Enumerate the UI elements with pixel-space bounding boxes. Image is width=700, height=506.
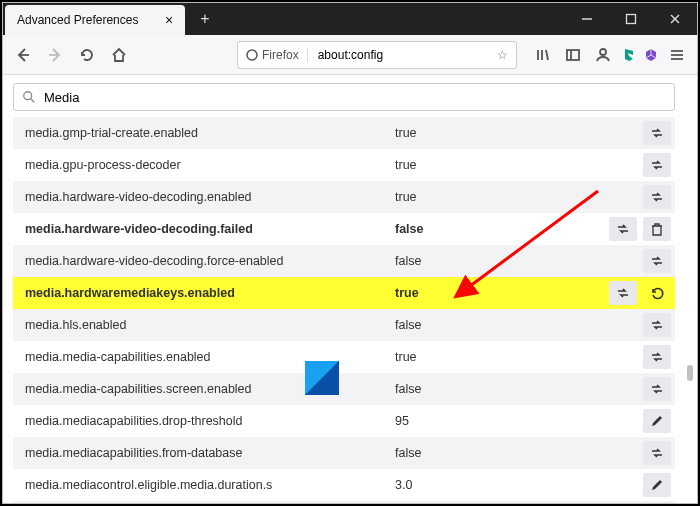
pref-name: media.mediacapabilities.drop-threshold — [25, 414, 395, 428]
url-bar[interactable]: Firefox ☆ — [237, 41, 517, 69]
pref-name: media.hardware-video-decoding.enabled — [25, 190, 395, 204]
pref-name: media.hardware-video-decoding.failed — [25, 222, 395, 236]
pref-value: true — [395, 350, 643, 364]
toggle-icon[interactable] — [643, 313, 671, 337]
forward-button[interactable] — [41, 41, 69, 69]
edit-icon[interactable] — [643, 409, 671, 433]
home-button[interactable] — [105, 41, 133, 69]
pref-search-input[interactable] — [42, 89, 666, 106]
search-icon — [22, 90, 36, 104]
pref-name: media.hardwaremediakeys.enabled — [25, 286, 395, 300]
toggle-icon[interactable] — [643, 249, 671, 273]
toggle-icon[interactable] — [643, 185, 671, 209]
content-area: media.gmp-trial-create.enabledtruemedia.… — [3, 75, 697, 503]
pref-row[interactable]: media.media-capabilities.enabledtrue — [13, 341, 675, 373]
new-tab-button[interactable]: + — [191, 5, 219, 33]
toggle-icon[interactable] — [643, 441, 671, 465]
pref-row[interactable]: media.hardwaremediakeys.enabledtrue — [13, 277, 675, 309]
svg-point-12 — [600, 49, 606, 55]
sidebar-button[interactable] — [559, 41, 587, 69]
pref-actions — [609, 217, 675, 241]
pref-name: media.gmp-trial-create.enabled — [25, 126, 395, 140]
toggle-icon[interactable] — [643, 345, 671, 369]
pref-actions — [643, 441, 675, 465]
pref-value: false — [395, 382, 643, 396]
svg-line-17 — [31, 99, 35, 103]
identity-text: Firefox — [262, 48, 299, 62]
scrollbar-thumb[interactable] — [687, 365, 693, 381]
identity-label: Firefox — [246, 48, 308, 62]
pref-actions — [643, 345, 675, 369]
pref-value: true — [395, 158, 643, 172]
minimize-button[interactable] — [565, 4, 609, 34]
pref-row[interactable]: media.media-capabilities.screen.enabledf… — [13, 373, 675, 405]
titlebar: Advanced Preferences × + — [3, 3, 697, 35]
pref-row[interactable]: media.gpu-process-decodertrue — [13, 149, 675, 181]
pref-value: true — [395, 126, 643, 140]
pref-value: 95 — [395, 414, 643, 428]
pref-actions — [643, 153, 675, 177]
pref-actions — [643, 473, 675, 497]
toolbar: Firefox ☆ — [3, 35, 697, 75]
close-tab-icon[interactable]: × — [161, 12, 177, 28]
bing-extension-icon[interactable] — [619, 45, 639, 65]
pref-row[interactable]: media.mediacapabilities.drop-threshold95 — [13, 405, 675, 437]
toggle-icon[interactable] — [609, 217, 637, 241]
edit-icon[interactable] — [643, 473, 671, 497]
tab-title: Advanced Preferences — [17, 13, 151, 27]
pref-name: media.media-capabilities.enabled — [25, 350, 395, 364]
browser-tab[interactable]: Advanced Preferences × — [5, 5, 185, 35]
delete-icon[interactable] — [643, 217, 671, 241]
menu-button[interactable] — [663, 41, 691, 69]
extension-icon[interactable] — [641, 45, 661, 65]
toggle-icon[interactable] — [643, 153, 671, 177]
reset-icon[interactable] — [643, 281, 671, 305]
pref-row[interactable]: media.mediacontrol.eligible.media.durati… — [13, 469, 675, 501]
pref-search-box[interactable] — [13, 83, 675, 111]
url-input[interactable] — [316, 47, 489, 63]
pref-value: false — [395, 254, 643, 268]
maximize-button[interactable] — [609, 4, 653, 34]
pref-row[interactable]: media.gmp-trial-create.enabledtrue — [13, 117, 675, 149]
pref-actions — [643, 409, 675, 433]
pref-row[interactable]: media.hls.enabledfalse — [13, 309, 675, 341]
toggle-icon[interactable] — [643, 121, 671, 145]
reload-button[interactable] — [73, 41, 101, 69]
toggle-icon[interactable] — [609, 281, 637, 305]
pref-name: media.mediacapabilities.from-database — [25, 446, 395, 460]
pref-name: media.hardware-video-decoding.force-enab… — [25, 254, 395, 268]
pref-table: media.gmp-trial-create.enabledtruemedia.… — [13, 117, 675, 503]
pref-actions — [643, 121, 675, 145]
pref-name: media.hls.enabled — [25, 318, 395, 332]
pref-value: true — [395, 286, 609, 300]
pref-value: true — [395, 190, 643, 204]
toggle-icon[interactable] — [643, 377, 671, 401]
svg-point-6 — [247, 50, 257, 60]
pref-name: media.media-capabilities.screen.enabled — [25, 382, 395, 396]
close-window-button[interactable] — [653, 4, 697, 34]
pref-actions — [609, 281, 675, 305]
pref-name: media.gpu-process-decoder — [25, 158, 395, 172]
bookmark-star-icon[interactable]: ☆ — [497, 48, 508, 62]
pref-actions — [643, 313, 675, 337]
pref-row[interactable]: media.hardware-video-decoding.enabledtru… — [13, 181, 675, 213]
svg-point-16 — [24, 92, 32, 100]
pref-actions — [643, 185, 675, 209]
pref-value: false — [395, 446, 643, 460]
account-button[interactable] — [589, 41, 617, 69]
pref-row[interactable]: media.mediacapabilities.from-databasefal… — [13, 437, 675, 469]
pref-value: false — [395, 318, 643, 332]
back-button[interactable] — [9, 41, 37, 69]
pref-value: 3.0 — [395, 478, 643, 492]
svg-rect-10 — [567, 50, 579, 60]
pref-name: media.mediacontrol.eligible.media.durati… — [25, 478, 395, 492]
pref-row[interactable]: media.hardware-video-decoding.failedfals… — [13, 213, 675, 245]
pref-value: false — [395, 222, 609, 236]
pref-row[interactable]: media.mediacontrol.stopcontrol.timer.ms6… — [13, 501, 675, 503]
pref-actions — [643, 377, 675, 401]
pref-actions — [643, 249, 675, 273]
library-button[interactable] — [529, 41, 557, 69]
svg-rect-1 — [627, 15, 636, 24]
svg-line-9 — [546, 50, 548, 60]
pref-row[interactable]: media.hardware-video-decoding.force-enab… — [13, 245, 675, 277]
